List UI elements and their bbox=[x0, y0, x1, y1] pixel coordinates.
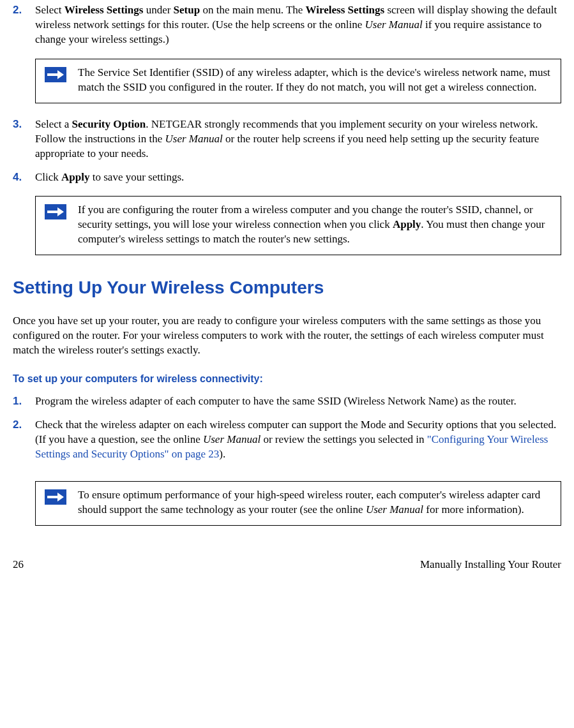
page-footer: 26 Manually Installing Your Router bbox=[13, 558, 561, 572]
section-heading: Setting Up Your Wireless Computers bbox=[13, 276, 561, 300]
page-number: 26 bbox=[13, 558, 24, 572]
step-2: 2. Select Wireless Settings under Setup … bbox=[13, 3, 561, 47]
arrow-icon bbox=[45, 67, 66, 82]
step-body: Select a Security Option. NETGEAR strong… bbox=[35, 117, 561, 161]
step-number: 4. bbox=[13, 170, 35, 185]
step-body: Check that the wireless adapter on each … bbox=[35, 418, 561, 462]
step-3: 3. Select a Security Option. NETGEAR str… bbox=[13, 117, 561, 161]
intro-paragraph: Once you have set up your router, you ar… bbox=[13, 314, 561, 358]
arrow-icon bbox=[45, 204, 66, 219]
step-number: 2. bbox=[13, 418, 35, 462]
note-box-1: The Service Set Identifier (SSID) of any… bbox=[35, 59, 561, 103]
step-number: 1. bbox=[13, 394, 35, 409]
page-content: 2. Select Wireless Settings under Setup … bbox=[13, 0, 561, 572]
note-box-2: If you are configuring the router from a… bbox=[35, 196, 561, 255]
step-body: Click Apply to save your settings. bbox=[35, 170, 561, 185]
step-2b: 2. Check that the wireless adapter on ea… bbox=[13, 418, 561, 462]
procedure-subheading: To set up your computers for wireless co… bbox=[13, 372, 561, 386]
arrow-icon bbox=[45, 489, 66, 505]
note-text: The Service Set Identifier (SSID) of any… bbox=[78, 66, 552, 95]
note-box-3: To ensure optimum performance of your hi… bbox=[35, 481, 561, 526]
note-text: If you are configuring the router from a… bbox=[78, 203, 552, 247]
step-1: 1. Program the wireless adapter of each … bbox=[13, 394, 561, 409]
step-body: Program the wireless adapter of each com… bbox=[35, 394, 561, 409]
note-text: To ensure optimum performance of your hi… bbox=[78, 488, 552, 517]
step-number: 2. bbox=[13, 3, 35, 47]
chapter-title: Manually Installing Your Router bbox=[420, 558, 561, 572]
step-body: Select Wireless Settings under Setup on … bbox=[35, 3, 561, 47]
step-4: 4. Click Apply to save your settings. bbox=[13, 170, 561, 185]
step-number: 3. bbox=[13, 117, 35, 161]
